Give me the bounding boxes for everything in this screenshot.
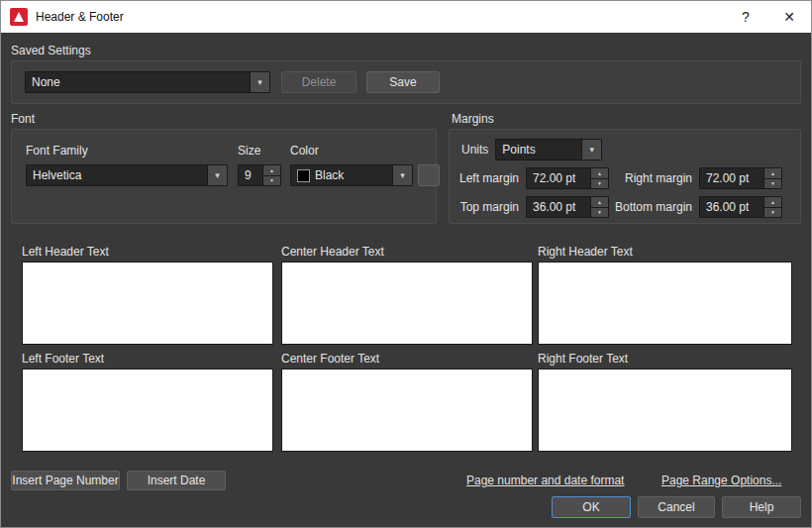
right-margin-value: 72.00 pt (700, 171, 763, 185)
margins-section-label: Margins (452, 112, 494, 126)
right-header-textarea[interactable] (538, 262, 792, 345)
font-color-label: Color (290, 144, 319, 158)
font-size-label: Size (238, 144, 260, 158)
saved-settings-value: None (26, 75, 250, 89)
delete-button: Delete (281, 71, 356, 93)
font-size-spinner[interactable]: 9 ▲ ▼ (238, 164, 281, 186)
titlebar: Header & Footer ? ✕ (1, 1, 811, 33)
font-panel: Font Family Size Color Helvetica ▾ 9 ▲ ▼… (11, 129, 437, 224)
top-margin-spinner[interactable]: 36.00 pt ▲ ▼ (526, 196, 609, 218)
left-margin-value: 72.00 pt (527, 171, 590, 185)
font-section-label: Font (11, 112, 35, 126)
insert-date-button[interactable]: Insert Date (127, 471, 226, 490)
page-number-date-format-link[interactable]: Page number and date format (466, 474, 624, 487)
right-footer-textarea[interactable] (538, 369, 792, 452)
saved-settings-dropdown[interactable]: None ▾ (25, 71, 270, 93)
bottom-margin-spinner[interactable]: 36.00 pt ▲ ▼ (699, 196, 782, 218)
font-family-value: Helvetica (27, 168, 207, 182)
top-margin-label: Top margin (454, 200, 519, 214)
close-button[interactable]: ✕ (767, 1, 811, 33)
insert-page-number-button[interactable]: Insert Page Number (11, 471, 120, 490)
font-family-dropdown[interactable]: Helvetica ▾ (26, 164, 228, 186)
right-footer-label: Right Footer Text (538, 352, 628, 366)
center-header-label: Center Header Text (281, 245, 384, 259)
saved-settings-panel: None ▾ Delete Save (11, 60, 801, 104)
units-value: Points (496, 143, 581, 157)
chevron-down-icon: ▾ (207, 165, 227, 185)
spin-down-icon[interactable]: ▼ (591, 207, 608, 218)
margins-panel: Units Points ▾ Left margin 72.00 pt ▲ ▼ … (449, 129, 801, 224)
chevron-down-icon: ▾ (392, 165, 412, 185)
units-dropdown[interactable]: Points ▾ (495, 139, 602, 160)
left-margin-label: Left margin (454, 171, 519, 185)
window-title: Header & Footer (36, 10, 124, 24)
left-footer-textarea[interactable] (22, 369, 273, 452)
left-header-label: Left Header Text (22, 245, 109, 259)
saved-settings-section-label: Saved Settings (11, 44, 91, 57)
spin-up-icon[interactable]: ▲ (764, 197, 781, 207)
chevron-down-icon: ▾ (581, 140, 601, 159)
font-color-dropdown[interactable]: Black ▾ (290, 164, 413, 186)
page-range-options-link[interactable]: Page Range Options... (661, 474, 781, 487)
save-button[interactable]: Save (366, 71, 440, 93)
right-header-label: Right Header Text (538, 245, 633, 259)
spin-up-icon[interactable]: ▲ (263, 165, 280, 175)
left-margin-spinner[interactable]: 72.00 pt ▲ ▼ (526, 167, 609, 189)
left-footer-label: Left Footer Text (22, 352, 104, 366)
font-color-value: Black (310, 168, 392, 182)
app-icon (10, 8, 28, 26)
bottom-margin-value: 36.00 pt (700, 200, 763, 214)
bottom-margin-label: Bottom margin (609, 200, 692, 214)
center-footer-textarea[interactable] (281, 369, 533, 452)
units-label: Units (461, 143, 488, 157)
cancel-button[interactable]: Cancel (638, 496, 715, 518)
font-size-value: 9 (239, 168, 262, 182)
spin-up-icon[interactable]: ▲ (764, 168, 781, 178)
right-margin-spinner[interactable]: 72.00 pt ▲ ▼ (699, 167, 782, 189)
help-titlebar-button[interactable]: ? (724, 1, 767, 33)
close-icon: ✕ (783, 9, 795, 25)
center-header-textarea[interactable] (281, 262, 533, 345)
header-footer-dialog: Header & Footer ? ✕ Saved Settings None … (0, 0, 812, 528)
spin-down-icon[interactable]: ▼ (263, 175, 280, 186)
help-button[interactable]: Help (722, 496, 801, 518)
spin-down-icon[interactable]: ▼ (764, 178, 781, 189)
color-swatch (297, 169, 310, 182)
spin-up-icon[interactable]: ▲ (591, 197, 608, 207)
custom-color-button[interactable] (418, 164, 440, 186)
spin-down-icon[interactable]: ▼ (591, 178, 608, 189)
right-margin-label: Right margin (609, 171, 692, 185)
spin-down-icon[interactable]: ▼ (764, 207, 781, 218)
ok-button[interactable]: OK (552, 496, 631, 518)
spin-up-icon[interactable]: ▲ (591, 168, 608, 178)
chevron-down-icon: ▾ (250, 72, 269, 92)
font-family-label: Font Family (26, 144, 88, 158)
center-footer-label: Center Footer Text (281, 352, 379, 366)
help-icon: ? (742, 9, 750, 25)
left-header-textarea[interactable] (22, 262, 273, 345)
top-margin-value: 36.00 pt (527, 200, 590, 214)
